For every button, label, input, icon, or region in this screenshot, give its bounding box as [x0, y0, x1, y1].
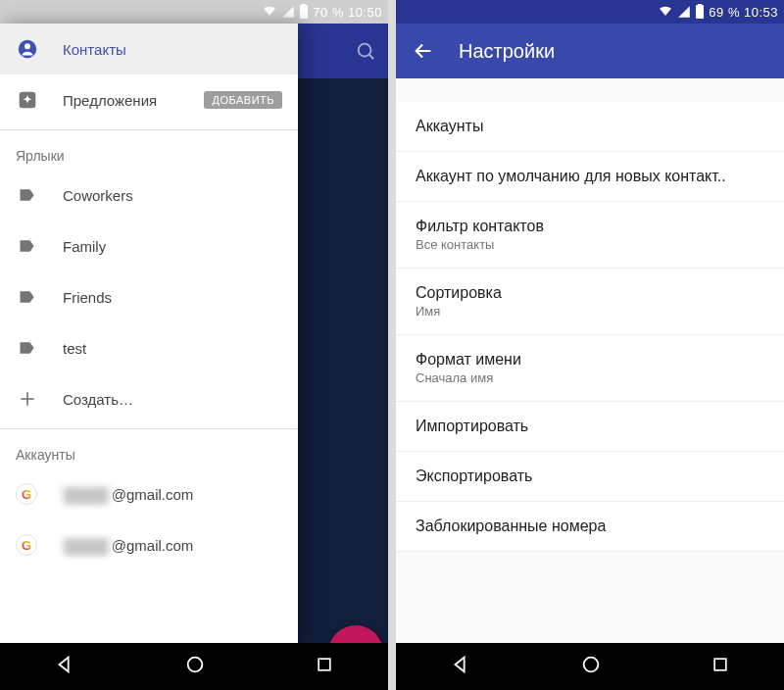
account-email: ▓▓▓▓@gmail.com: [61, 486, 282, 503]
svg-point-5: [24, 43, 30, 49]
drawer-item-label: Coworkers: [63, 187, 282, 204]
label-item-test[interactable]: test: [0, 322, 298, 373]
label-icon: [16, 183, 39, 207]
label-item-friends[interactable]: Friends: [0, 271, 298, 322]
recents-icon[interactable]: [710, 655, 730, 678]
label-item-family[interactable]: Family: [0, 221, 298, 271]
signal-icon: [281, 5, 295, 19]
svg-point-14: [584, 658, 599, 672]
battery-icon: [299, 4, 309, 20]
setting-default-account[interactable]: Аккаунт по умолчанию для новых контакт..: [396, 152, 784, 202]
android-nav-bar: [396, 643, 784, 690]
label-icon: [16, 285, 39, 309]
label-icon: [16, 336, 39, 360]
setting-title: Сортировка: [416, 284, 764, 302]
home-icon[interactable]: [580, 654, 602, 679]
status-bar: 69 % 10:53: [396, 0, 784, 24]
drawer-item-label: Контакты: [63, 41, 282, 58]
create-label[interactable]: Создать…: [0, 373, 298, 424]
setting-title: Экспортировать: [416, 468, 764, 485]
wifi-icon: [262, 4, 277, 20]
svg-rect-2: [300, 5, 308, 19]
battery-percent: 69 %: [709, 5, 740, 20]
drawer-item-contacts[interactable]: Контакты: [0, 24, 298, 74]
clock: 10:50: [348, 5, 382, 20]
setting-subtitle: Все контакты: [416, 237, 764, 252]
drawer-item-label: test: [63, 340, 282, 357]
wifi-icon: [658, 4, 673, 20]
svg-point-0: [359, 44, 371, 57]
label-item-coworkers[interactable]: Coworkers: [0, 170, 298, 221]
recents-icon[interactable]: [315, 655, 334, 678]
setting-blocked-numbers[interactable]: Заблокированные номера: [396, 502, 784, 552]
drawer-item-suggestions[interactable]: Предложения ДОБАВИТЬ: [0, 74, 298, 125]
person-icon: [16, 37, 39, 61]
account-item-0[interactable]: G ▓▓▓▓@gmail.com: [0, 468, 298, 519]
signal-icon: [677, 5, 691, 19]
battery-percent: 70 %: [313, 5, 344, 20]
svg-line-1: [369, 55, 373, 59]
android-nav-bar: [0, 643, 388, 690]
back-icon[interactable]: [450, 654, 471, 679]
setting-title: Импортировать: [416, 418, 764, 435]
svg-rect-11: [696, 5, 704, 19]
setting-name-format[interactable]: Формат имени Сначала имя: [396, 335, 784, 402]
svg-rect-15: [714, 659, 726, 670]
sparkle-icon: [16, 88, 39, 112]
svg-rect-12: [698, 4, 702, 5]
masked-username: ▓▓▓▓: [61, 486, 112, 503]
setting-title: Аккаунты: [416, 118, 764, 135]
setting-export[interactable]: Экспортировать: [396, 452, 784, 502]
account-email: ▓▓▓▓@gmail.com: [61, 537, 282, 554]
setting-subtitle: Имя: [416, 304, 764, 319]
nav-drawer: Контакты Предложения ДОБАВИТЬ Ярлыки Cow…: [0, 24, 298, 643]
appbar-title: Настройки: [459, 40, 555, 63]
battery-icon: [695, 4, 705, 20]
drawer-item-label: Создать…: [63, 391, 282, 408]
search-icon[interactable]: [355, 40, 376, 62]
setting-title: Аккаунт по умолчанию для новых контакт..: [416, 168, 764, 185]
back-icon[interactable]: [54, 654, 75, 679]
plus-icon: [16, 387, 39, 411]
drawer-item-label: Friends: [63, 289, 282, 306]
phone-right: 69 % 10:53 Настройки Аккаунты Аккаунт по…: [396, 0, 784, 690]
home-icon[interactable]: [184, 654, 206, 679]
svg-rect-3: [302, 4, 306, 5]
back-arrow-icon[interactable]: [412, 39, 435, 63]
setting-subtitle: Сначала имя: [416, 370, 764, 385]
accounts-section-header: Аккаунты: [0, 433, 298, 468]
account-item-1[interactable]: G ▓▓▓▓@gmail.com: [0, 519, 298, 570]
add-suggestions-chip[interactable]: ДОБАВИТЬ: [204, 91, 282, 109]
google-icon: G: [16, 534, 37, 556]
setting-import[interactable]: Импортировать: [396, 402, 784, 452]
svg-point-9: [188, 658, 203, 672]
settings-appbar: Настройки: [396, 24, 784, 78]
setting-title: Фильтр контактов: [416, 218, 764, 235]
clock: 10:53: [744, 5, 778, 20]
setting-title: Заблокированные номера: [416, 518, 764, 535]
settings-list[interactable]: Аккаунты Аккаунт по умолчанию для новых …: [396, 78, 784, 690]
phone-left: кса + 70 % 10:50 Контакты: [0, 0, 388, 690]
setting-contacts-filter[interactable]: Фильтр контактов Все контакты: [396, 202, 784, 269]
divider: [0, 428, 298, 429]
divider: [0, 129, 298, 130]
label-icon: [16, 234, 39, 258]
setting-accounts[interactable]: Аккаунты: [396, 102, 784, 152]
status-bar: 70 % 10:50: [0, 0, 388, 24]
masked-username: ▓▓▓▓: [61, 537, 112, 554]
labels-section-header: Ярлыки: [0, 134, 298, 170]
setting-sort[interactable]: Сортировка Имя: [396, 269, 784, 335]
svg-rect-10: [318, 659, 330, 670]
setting-title: Формат имени: [416, 351, 764, 369]
drawer-item-label: Family: [63, 238, 282, 255]
drawer-item-label: Предложения: [63, 92, 180, 109]
google-icon: G: [16, 483, 37, 505]
